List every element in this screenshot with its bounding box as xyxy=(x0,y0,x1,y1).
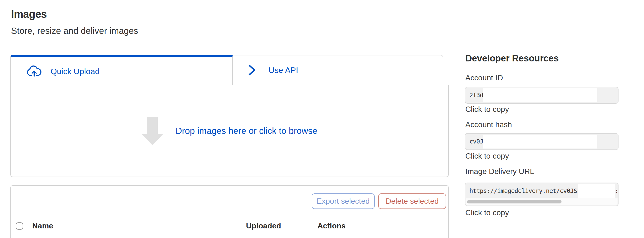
account-id-label: Account ID xyxy=(465,73,503,82)
account-id-field[interactable]: 2f3d xyxy=(465,87,618,104)
image-delivery-url-copy-hint: Click to copy xyxy=(465,208,509,217)
redaction-overlay xyxy=(483,88,597,102)
dropzone-label: Drop images here or click to browse xyxy=(176,126,318,136)
account-id-copy-hint: Click to copy xyxy=(465,105,509,114)
account-hash-field[interactable]: cv0J xyxy=(465,133,618,150)
page-title: Images xyxy=(11,8,47,20)
account-hash-copy-hint: Click to copy xyxy=(465,152,509,160)
select-all-checkbox[interactable] xyxy=(16,222,23,230)
table-header-row: Name Uploaded Actions xyxy=(11,217,448,235)
column-header-actions: Actions xyxy=(318,217,346,235)
developer-resources-heading: Developer Resources xyxy=(465,53,559,64)
tab-use-api-label: Use API xyxy=(268,66,298,75)
redaction-overlay xyxy=(578,184,615,198)
image-delivery-url-label: Image Delivery URL xyxy=(465,167,534,176)
chevron-right-icon xyxy=(248,64,256,76)
dropzone[interactable]: Drop images here or click to browse xyxy=(10,85,449,177)
page-subtitle: Store, resize and deliver images xyxy=(11,26,138,36)
bulk-actions-row: Export selected Delete selected xyxy=(11,186,448,217)
column-header-uploaded: Uploaded xyxy=(246,217,281,235)
cloud-upload-icon xyxy=(26,65,42,77)
images-page: Images Store, resize and deliver images … xyxy=(0,0,644,238)
tab-row-filler xyxy=(443,55,449,85)
arrow-down-icon xyxy=(142,117,163,145)
image-delivery-url-tail: : xyxy=(615,183,618,199)
image-list-panel: Export selected Delete selected Name Upl… xyxy=(10,185,449,238)
delete-selected-button[interactable]: Delete selected xyxy=(378,193,446,209)
image-delivery-url-field[interactable]: https://imagedelivery.net/cv0JSj : xyxy=(465,183,618,206)
account-id-value: 2f3d xyxy=(470,87,483,103)
tab-quick-upload[interactable]: Quick Upload xyxy=(10,55,233,85)
column-header-name: Name xyxy=(32,217,53,235)
tab-quick-upload-label: Quick Upload xyxy=(50,67,100,76)
account-hash-value: cv0J xyxy=(470,134,483,149)
image-delivery-url-value: https://imagedelivery.net/cv0JSj xyxy=(470,183,580,199)
url-field-scrollbar[interactable] xyxy=(466,198,618,205)
account-hash-label: Account hash xyxy=(465,120,512,129)
redaction-overlay xyxy=(483,135,597,148)
tab-use-api[interactable]: Use API xyxy=(233,55,443,85)
scrollbar-thumb[interactable] xyxy=(467,200,562,204)
export-selected-button[interactable]: Export selected xyxy=(312,193,375,209)
